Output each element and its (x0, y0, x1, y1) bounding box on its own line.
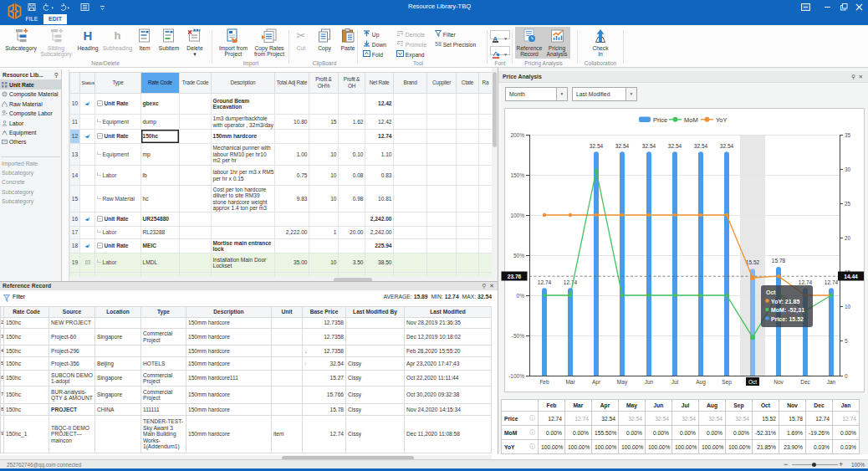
svg-text:MoM: -52,31: MoM: -52,31 (771, 307, 804, 314)
svg-text:32.54: 32.54 (720, 143, 734, 149)
svg-text:Aug: Aug (696, 379, 706, 386)
svg-text:12.74: 12.74 (538, 279, 552, 285)
svg-text:YoY: 21.85: YoY: 21.85 (771, 299, 799, 305)
svg-text:32.54: 32.54 (615, 143, 630, 149)
svg-text:200%: 200% (510, 132, 524, 138)
svg-text:Mar: Mar (565, 379, 575, 385)
svg-text:Price: Price (653, 116, 667, 124)
svg-text:Nov: Nov (774, 379, 784, 385)
svg-text:10: 10 (845, 304, 851, 310)
svg-text:23.76: 23.76 (508, 274, 522, 279)
svg-text:32.54: 32.54 (694, 143, 708, 149)
svg-text:30: 30 (845, 166, 851, 172)
svg-text:Price: 15.52: Price: 15.52 (771, 316, 804, 322)
svg-text:15.52: 15.52 (746, 259, 760, 265)
svg-text:35: 35 (845, 132, 851, 138)
svg-text:50%: 50% (513, 253, 524, 259)
svg-text:25: 25 (845, 201, 851, 207)
svg-text:Oct: Oct (766, 289, 776, 295)
svg-text:0: 0 (845, 373, 848, 379)
svg-text:Apr: Apr (592, 379, 601, 386)
svg-text:-50%: -50% (512, 333, 524, 339)
svg-text:100%: 100% (510, 212, 524, 218)
svg-text:Jul: Jul (671, 379, 679, 385)
svg-text:58: 58 (435, 41, 442, 47)
svg-text:Sep: Sep (722, 379, 732, 386)
svg-text:Feb: Feb (539, 379, 549, 385)
svg-text:32.54: 32.54 (642, 143, 656, 149)
svg-text:5: 5 (845, 338, 848, 344)
svg-text:Jan: Jan (827, 379, 836, 385)
svg-text:12.74: 12.74 (564, 279, 578, 285)
svg-text:14.44: 14.44 (844, 274, 858, 279)
svg-text:32.54: 32.54 (668, 143, 682, 149)
svg-text:15.78: 15.78 (772, 258, 786, 264)
svg-text:YoY: YoY (716, 116, 728, 124)
svg-text:150%: 150% (510, 172, 524, 178)
svg-text:20: 20 (845, 235, 851, 241)
svg-text:Oct: Oct (748, 379, 757, 385)
svg-text:12.74: 12.74 (825, 279, 839, 285)
svg-text:32.54: 32.54 (590, 143, 604, 149)
svg-text:May: May (617, 379, 628, 386)
svg-text:Dec: Dec (800, 379, 810, 385)
svg-text:0%: 0% (517, 293, 525, 299)
svg-text:-100%: -100% (508, 373, 524, 379)
svg-text:Jun: Jun (645, 379, 654, 385)
svg-text:12.74: 12.74 (799, 279, 813, 285)
svg-text:MoM: MoM (684, 116, 698, 124)
